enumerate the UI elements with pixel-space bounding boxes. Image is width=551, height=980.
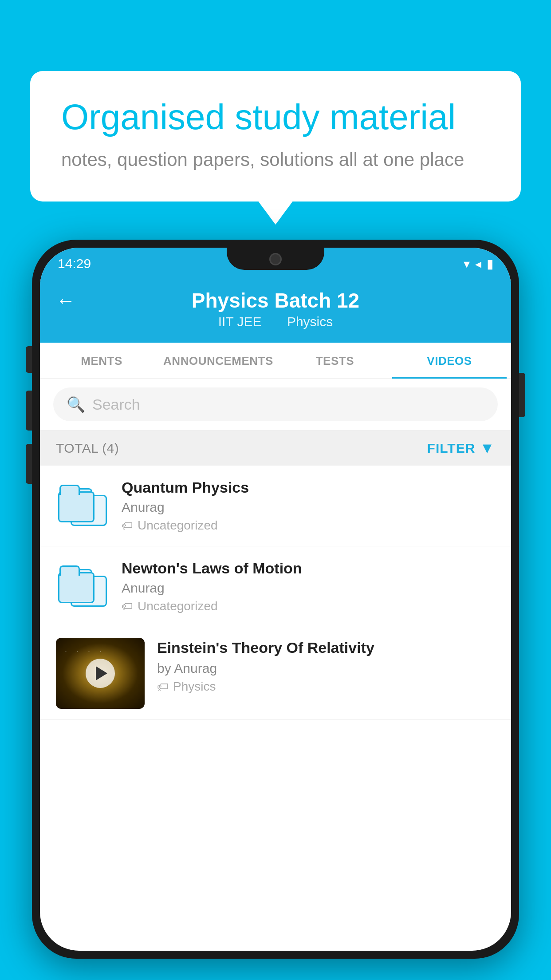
list-item[interactable]: Newton's Laws of Motion Anurag 🏷 Uncateg… <box>40 546 511 627</box>
folder-thumbnail-1 <box>56 479 109 533</box>
speech-bubble: Organised study material notes, question… <box>30 71 521 202</box>
video-tag: 🏷 Uncategorized <box>122 518 495 533</box>
list-item[interactable]: Einstein's Theory Of Relativity by Anura… <box>40 627 511 720</box>
video-title: Einstein's Theory Of Relativity <box>157 638 495 657</box>
tabs-bar: MENTS ANNOUNCEMENTS TESTS VIDEOS <box>40 343 511 379</box>
tag-label: Physics <box>173 680 216 694</box>
mute-button <box>26 346 32 373</box>
status-icons: ▾ ◂ ▮ <box>464 257 493 271</box>
tag-icon: 🏷 <box>122 600 133 613</box>
search-icon: 🔍 <box>67 395 85 413</box>
play-button[interactable] <box>86 659 115 688</box>
tag-icon: 🏷 <box>157 680 169 694</box>
video-title: Newton's Laws of Motion <box>122 560 495 577</box>
list-item[interactable]: Quantum Physics Anurag 🏷 Uncategorized <box>40 466 511 546</box>
signal-icon: ◂ <box>475 257 481 271</box>
video-author: Anurag <box>122 581 495 596</box>
subtitle-physics: Physics <box>287 314 333 329</box>
tab-ments[interactable]: MENTS <box>44 343 159 378</box>
search-input-wrapper[interactable]: 🔍 Search <box>53 387 498 421</box>
video-tag: 🏷 Physics <box>157 680 495 694</box>
back-button[interactable]: ← <box>56 289 75 312</box>
speech-bubble-wrapper: Organised study material notes, question… <box>30 71 521 202</box>
search-bar: 🔍 Search <box>40 379 511 431</box>
search-placeholder: Search <box>92 396 140 413</box>
camera <box>269 253 282 265</box>
battery-icon: ▮ <box>487 257 493 271</box>
video-info-2: Newton's Laws of Motion Anurag 🏷 Uncateg… <box>122 560 495 613</box>
power-button <box>519 373 525 417</box>
video-author: by Anurag <box>157 661 495 676</box>
volume-down-button <box>26 444 32 484</box>
folder-front-icon <box>58 572 94 603</box>
video-thumbnail-einstein <box>56 638 145 709</box>
phone-device: 14:29 ▾ ◂ ▮ ← Physics Batch 12 IIT JEE P… <box>32 240 519 959</box>
total-count: TOTAL (4) <box>56 441 119 456</box>
filter-icon: ▼ <box>480 439 495 457</box>
folder-stack-icon <box>58 567 107 607</box>
tag-icon: 🏷 <box>122 519 133 533</box>
volume-up-button <box>26 391 32 431</box>
speech-bubble-heading: Organised study material <box>61 98 490 137</box>
phone-screen: 14:29 ▾ ◂ ▮ ← Physics Batch 12 IIT JEE P… <box>40 248 511 951</box>
video-info-1: Quantum Physics Anurag 🏷 Uncategorized <box>122 479 495 533</box>
tag-label: Uncategorized <box>138 599 218 613</box>
tab-tests[interactable]: TESTS <box>278 343 392 378</box>
header-subtitle: IIT JEE Physics <box>213 314 338 329</box>
filter-bar: TOTAL (4) FILTER ▼ <box>40 431 511 466</box>
phone-notch <box>227 248 324 270</box>
app-header: ← Physics Batch 12 IIT JEE Physics <box>40 280 511 343</box>
status-time: 14:29 <box>58 256 91 271</box>
speech-bubble-subtext: notes, question papers, solutions all at… <box>61 149 490 170</box>
tag-label: Uncategorized <box>138 518 218 533</box>
video-author: Anurag <box>122 500 495 515</box>
folder-stack-icon <box>58 486 107 526</box>
video-title: Quantum Physics <box>122 479 495 496</box>
play-icon <box>96 666 107 680</box>
header-title: Physics Batch 12 <box>192 288 359 312</box>
folder-thumbnail-2 <box>56 560 109 613</box>
tab-announcements[interactable]: ANNOUNCEMENTS <box>159 343 278 378</box>
filter-label: FILTER <box>427 441 476 456</box>
video-list: Quantum Physics Anurag 🏷 Uncategorized <box>40 466 511 720</box>
wifi-icon: ▾ <box>464 257 470 271</box>
filter-button[interactable]: FILTER ▼ <box>427 439 495 457</box>
tab-videos[interactable]: VIDEOS <box>392 343 507 378</box>
video-tag: 🏷 Uncategorized <box>122 599 495 613</box>
folder-front-icon <box>58 491 94 522</box>
video-info-3: Einstein's Theory Of Relativity by Anura… <box>157 638 495 694</box>
subtitle-iitjee: IIT JEE <box>218 314 262 329</box>
